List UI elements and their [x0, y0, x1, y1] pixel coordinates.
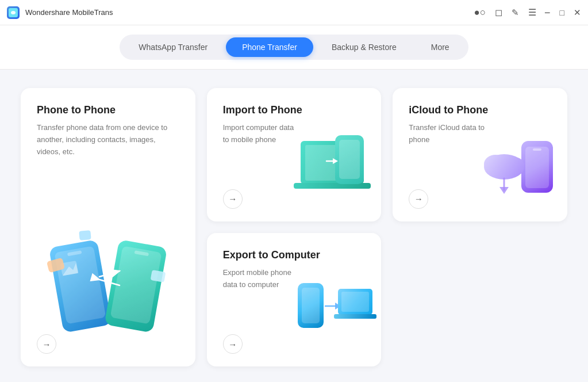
nav-bar: WhatsApp Transfer Phone Transfer Backup … — [0, 25, 588, 70]
card-import-to-phone[interactable]: Import to Phone Import computer data to … — [207, 88, 382, 221]
phone-to-phone-illustration — [37, 163, 179, 334]
tab-whatsapp-transfer[interactable]: WhatsApp Transfer — [122, 37, 224, 57]
app-title: Wondershare MobileTrans — [25, 8, 113, 17]
window-icon[interactable]: ◻ — [495, 7, 502, 18]
title-bar-controls: ●○ ◻ ✎ ☰ − □ ✕ — [474, 7, 581, 18]
svg-rect-19 — [525, 147, 549, 188]
svg-rect-27 — [302, 288, 320, 323]
phone-to-phone-desc: Transfer phone data from one device to a… — [37, 122, 179, 158]
icloud-to-phone-arrow[interactable]: → — [409, 189, 428, 209]
export-to-computer-title: Export to Computer — [223, 249, 366, 261]
app-icon — [7, 6, 20, 19]
tab-phone-transfer[interactable]: Phone Transfer — [226, 37, 313, 57]
svg-rect-30 — [341, 292, 369, 312]
title-bar: Wondershare MobileTrans ●○ ◻ ✎ ☰ − □ ✕ — [0, 0, 588, 25]
card-export-to-computer[interactable]: Export to Computer Export mobile phone d… — [207, 233, 382, 366]
svg-rect-20 — [533, 148, 541, 151]
edit-icon[interactable]: ✎ — [512, 7, 519, 18]
profile-icon[interactable]: ●○ — [474, 7, 486, 18]
maximize-icon[interactable]: □ — [560, 8, 564, 17]
svg-rect-31 — [334, 314, 376, 319]
title-bar-left: Wondershare MobileTrans — [7, 6, 113, 19]
card-phone-to-phone[interactable]: Phone to Phone Transfer phone data from … — [21, 88, 195, 366]
tab-backup-restore[interactable]: Backup & Restore — [316, 37, 413, 57]
nav-tabs: WhatsApp Transfer Phone Transfer Backup … — [120, 35, 468, 60]
svg-marker-25 — [499, 187, 509, 194]
main-content: Phone to Phone Transfer phone data from … — [0, 70, 588, 382]
icloud-to-phone-title: iCloud to Phone — [409, 104, 551, 116]
import-to-phone-arrow[interactable]: → — [223, 189, 243, 209]
minimize-icon[interactable]: − — [544, 7, 551, 18]
svg-rect-16 — [339, 140, 360, 179]
menu-icon[interactable]: ☰ — [528, 7, 535, 18]
svg-point-22 — [484, 155, 507, 173]
export-to-computer-arrow[interactable]: → — [223, 334, 243, 354]
phone-to-phone-arrow[interactable]: → — [37, 334, 56, 354]
close-icon[interactable]: ✕ — [574, 7, 581, 18]
tab-more[interactable]: More — [415, 37, 466, 57]
svg-rect-11 — [79, 230, 91, 240]
import-to-phone-title: Import to Phone — [223, 104, 366, 116]
phone-to-phone-title: Phone to Phone — [37, 104, 179, 116]
svg-point-23 — [504, 157, 524, 173]
card-icloud-to-phone[interactable]: iCloud to Phone Transfer iCloud data to … — [393, 88, 567, 221]
